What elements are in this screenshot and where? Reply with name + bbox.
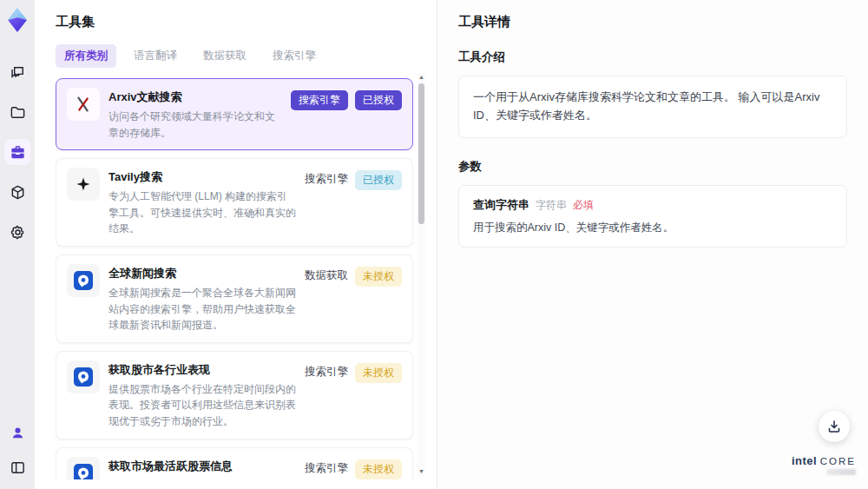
- status-badge: 未授权: [355, 267, 402, 287]
- category-label: 搜索引擎: [305, 363, 348, 381]
- blue-q-logo-icon: [67, 457, 100, 479]
- scroll-down-arrow[interactable]: ▼: [418, 467, 425, 476]
- settings-gear-icon[interactable]: [4, 219, 30, 245]
- tool-meta: 搜索引擎 已授权: [305, 168, 402, 237]
- tool-name: Arxiv文献搜索: [108, 89, 282, 105]
- download-button[interactable]: [819, 411, 850, 442]
- cube-icon[interactable]: [4, 179, 30, 205]
- tool-card-arxiv[interactable]: Arxiv文献搜索 访问各个研究领域大量科学论文和文章的存储库。 搜索引擎 已授…: [56, 78, 413, 150]
- scrollbar-thumb[interactable]: [418, 83, 424, 224]
- tool-name: Tavily搜索: [108, 169, 296, 185]
- params-heading: 参数: [458, 159, 847, 175]
- intel-core-logo: intel CORE: [792, 454, 856, 475]
- status-badge: 未授权: [355, 363, 402, 383]
- list-scrollbar[interactable]: ▲ ▼: [418, 73, 425, 476]
- blue-q-logo-icon: [67, 264, 100, 297]
- category-tabs: 所有类别 语言翻译 数据获取 搜索引擎: [56, 44, 437, 68]
- tool-name: 全球新闻搜索: [108, 266, 296, 281]
- category-label: 搜索引擎: [305, 170, 348, 188]
- tavily-star-icon: [67, 168, 100, 201]
- intro-heading: 工具介绍: [458, 50, 847, 65]
- parameter-name: 查询字符串: [473, 197, 529, 213]
- tab-language-translation[interactable]: 语言翻译: [125, 44, 186, 68]
- category-badge: 搜索引擎: [291, 90, 348, 110]
- panel-toggle-icon[interactable]: [4, 454, 30, 480]
- scroll-up-arrow[interactable]: ▲: [418, 73, 425, 82]
- app-logo-icon: [5, 7, 30, 33]
- user-avatar-icon[interactable]: [4, 420, 30, 446]
- folder-icon[interactable]: [4, 99, 30, 125]
- tool-meta: 搜索引擎 未授权: [305, 360, 402, 430]
- left-rail: [0, 0, 35, 489]
- tool-description: 提供当天交易量最高的股票列表。投资者可以利用这些信息来识别流动性强的股票和潜在的…: [108, 478, 296, 479]
- details-title: 工具详情: [458, 14, 847, 30]
- tab-search-engine[interactable]: 搜索引擎: [264, 44, 325, 68]
- tool-name: 获取市场最活跃股票信息: [108, 459, 296, 474]
- tool-card-global-news[interactable]: 全球新闻搜索 全球新闻搜索是一个聚合全球各大新闻网站内容的搜索引擎，帮助用户快速…: [56, 254, 413, 343]
- blue-q-logo-icon: [67, 360, 100, 393]
- category-label: 搜索引擎: [305, 459, 348, 478]
- parameter-box: 查询字符串 字符串 必填 用于搜索的Arxiv ID、关键字或作者姓名。: [458, 185, 847, 248]
- tool-meta: 搜索引擎 已授权: [291, 88, 402, 141]
- intel-wordmark: intel: [792, 454, 817, 467]
- tool-meta: 搜索引擎 未授权: [305, 457, 402, 479]
- intro-text: 一个用于从Arxiv存储库搜索科学论文和文章的工具。 输入可以是Arxiv ID…: [473, 90, 819, 122]
- tool-card-active-stocks[interactable]: 获取市场最活跃股票信息 提供当天交易量最高的股票列表。投资者可以利用这些信息来识…: [56, 447, 413, 479]
- tab-all-categories[interactable]: 所有类别: [56, 44, 116, 68]
- details-panel: 工具详情 工具介绍 一个用于从Arxiv存储库搜索科学论文和文章的工具。 输入可…: [437, 0, 868, 489]
- status-badge: 已授权: [355, 90, 402, 110]
- app-window: 工具集 所有类别 语言翻译 数据获取 搜索引擎 Arxiv文献搜索 访问各个研究…: [0, 0, 868, 489]
- tool-body: 全球新闻搜索 全球新闻搜索是一个聚合全球各大新闻网站内容的搜索引擎，帮助用户快速…: [108, 264, 296, 334]
- intel-sub-badge: [826, 469, 856, 475]
- tool-description: 提供股票市场各个行业在特定时间段内的表现。投资者可以利用这些信息来识别表现优于或…: [108, 381, 296, 430]
- parameter-required-label: 必填: [573, 198, 594, 213]
- core-wordmark: CORE: [820, 456, 856, 466]
- parameter-description: 用于搜索的Arxiv ID、关键字或作者姓名。: [473, 221, 832, 235]
- tool-body: Arxiv文献搜索 访问各个研究领域大量科学论文和文章的存储库。: [108, 88, 282, 141]
- status-badge: 未授权: [355, 459, 402, 479]
- chat-icon[interactable]: [4, 59, 30, 85]
- parameter-header: 查询字符串 字符串 必填: [473, 197, 832, 213]
- tools-panel: 工具集 所有类别 语言翻译 数据获取 搜索引擎 Arxiv文献搜索 访问各个研究…: [35, 0, 437, 489]
- tool-body: Tavily搜索 专为人工智能代理 (LLM) 构建的搜索引擎工具。可快速提供实…: [108, 168, 296, 237]
- tools-panel-title: 工具集: [56, 14, 437, 30]
- tool-body: 获取市场最活跃股票信息 提供当天交易量最高的股票列表。投资者可以利用这些信息来识…: [108, 457, 296, 479]
- tool-body: 获取股市各行业表现 提供股票市场各个行业在特定时间段内的表现。投资者可以利用这些…: [108, 360, 296, 430]
- parameter-type: 字符串: [536, 198, 567, 213]
- tool-description: 访问各个研究领域大量科学论文和文章的存储库。: [108, 109, 282, 141]
- tool-meta: 数据获取 未授权: [305, 264, 402, 334]
- tool-list: Arxiv文献搜索 访问各个研究领域大量科学论文和文章的存储库。 搜索引擎 已授…: [56, 78, 413, 479]
- tab-data-fetching[interactable]: 数据获取: [194, 44, 255, 68]
- tool-name: 获取股市各行业表现: [108, 362, 296, 378]
- tool-card-tavily[interactable]: Tavily搜索 专为人工智能代理 (LLM) 构建的搜索引擎工具。可快速提供实…: [56, 158, 413, 247]
- tool-card-sector-performance[interactable]: 获取股市各行业表现 提供股票市场各个行业在特定时间段内的表现。投资者可以利用这些…: [56, 351, 413, 439]
- tool-description: 全球新闻搜索是一个聚合全球各大新闻网站内容的搜索引擎，帮助用户快速获取全球最新资…: [108, 285, 296, 334]
- tool-description: 专为人工智能代理 (LLM) 构建的搜索引擎工具。可快速提供实时、准确和真实的结…: [108, 188, 296, 237]
- category-label: 数据获取: [305, 267, 348, 285]
- intro-box: 一个用于从Arxiv存储库搜索科学论文和文章的工具。 输入可以是Arxiv ID…: [458, 76, 847, 138]
- arxiv-logo-icon: [67, 88, 100, 121]
- toolbox-icon[interactable]: [4, 139, 30, 165]
- status-badge: 已授权: [355, 170, 402, 190]
